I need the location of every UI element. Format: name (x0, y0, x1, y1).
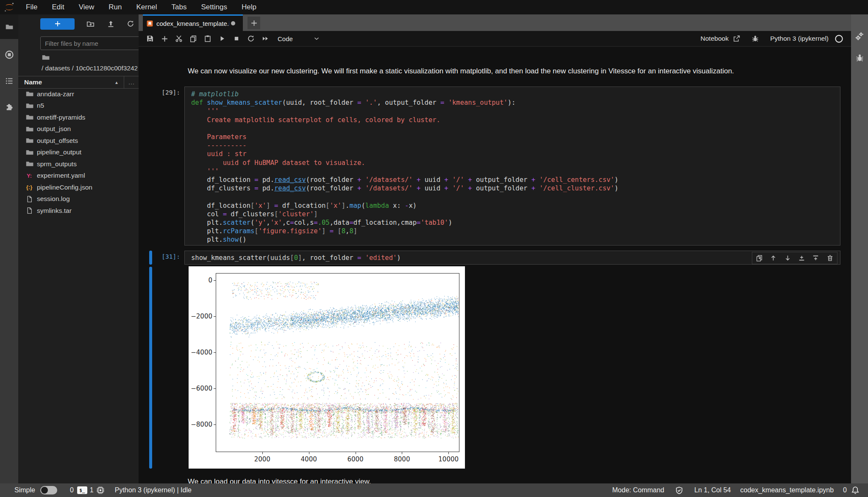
file-row[interactable]: output_json (18, 123, 139, 135)
file-row[interactable]: Y:experiment.yaml (18, 170, 139, 182)
cut-cell-button[interactable] (172, 32, 186, 45)
menu-item-help[interactable]: Help (234, 0, 264, 14)
menu-item-edit[interactable]: Edit (45, 0, 71, 14)
new-launcher-button[interactable] (40, 18, 75, 30)
menu-item-view[interactable]: View (72, 0, 102, 14)
file-row[interactable]: symlinks.tar (18, 205, 139, 217)
insert-below-icon[interactable] (812, 254, 819, 262)
terminal-icon[interactable]: $_ (77, 486, 87, 494)
chevron-down-icon[interactable] (313, 35, 320, 42)
interrupt-kernel-button[interactable] (229, 32, 244, 45)
last-modified-toggle[interactable]: … (124, 76, 139, 88)
notebook-tools-label[interactable]: Notebook (701, 35, 729, 42)
refresh-button[interactable] (127, 20, 134, 28)
file-row[interactable]: ometiff-pyramids (18, 112, 139, 123)
new-folder-button[interactable] (86, 20, 95, 28)
kernel-status-text[interactable]: Python 3 (ipykernel) | Idle (115, 486, 192, 494)
debugger-tab[interactable] (851, 53, 868, 62)
menu-items: FileEditViewRunKernelTabsSettingsHelp (19, 0, 264, 14)
scissors-icon (175, 35, 183, 42)
notebook-toolbar: Code Notebook Python 3 (ipykernel) (139, 31, 851, 47)
kernel-name[interactable]: Python 3 (ipykernel) (770, 35, 829, 42)
file-row[interactable]: output_offsets (18, 135, 139, 147)
paste-cell-button[interactable] (200, 32, 215, 45)
delete-cell-icon[interactable] (826, 254, 834, 262)
insert-above-icon[interactable] (798, 254, 805, 262)
restart-icon (247, 35, 255, 42)
x-tick (448, 452, 449, 454)
table-of-contents-tab[interactable] (0, 69, 18, 93)
puzzle-icon (5, 102, 14, 111)
breadcrumb[interactable]: / datasets / 10c0c11280c00f324259f (42, 53, 137, 72)
y-tick (214, 352, 216, 353)
run-cell-button[interactable] (215, 32, 229, 45)
code-line: ''' (191, 167, 840, 176)
running-kernels-tab[interactable] (0, 42, 18, 67)
bell-icon[interactable] (851, 486, 860, 494)
property-inspector-tab[interactable] (851, 31, 868, 41)
filter-files-input[interactable] (44, 39, 140, 47)
save-button[interactable] (143, 32, 157, 45)
restart-run-all-button[interactable] (258, 32, 273, 45)
duplicate-cell-icon[interactable] (756, 254, 763, 262)
menu-item-kernel[interactable]: Kernel (129, 0, 164, 14)
kernel-status-icon[interactable] (835, 34, 843, 43)
file-list-header: Name ▲ … (18, 76, 139, 89)
simple-mode-toggle[interactable] (40, 486, 57, 494)
menu-item-run[interactable]: Run (101, 0, 129, 14)
file-name: pipelineConfig.json (37, 184, 92, 191)
file-row[interactable]: anndata-zarr (18, 88, 139, 100)
home-folder-icon[interactable] (42, 53, 50, 61)
file-name: pipeline_output (37, 148, 81, 156)
folder-icon (25, 90, 33, 98)
file-browser-tab[interactable] (0, 14, 18, 39)
notifications-count: 0 (843, 486, 847, 494)
x-tick-label: 2000 (248, 455, 277, 463)
trust-shield-icon[interactable] (675, 486, 683, 494)
kernel-chip-icon[interactable] (96, 486, 105, 494)
x-tick (356, 452, 356, 454)
menu-item-tabs[interactable]: Tabs (164, 0, 194, 14)
file-name: anndata-zarr (37, 90, 74, 98)
filter-files-box (40, 36, 151, 50)
file-row[interactable]: n5 (18, 100, 139, 112)
markdown-cell-top[interactable]: We can now visualize our new clustering.… (188, 67, 802, 75)
external-link-icon[interactable] (733, 35, 740, 42)
file-name: experiment.yaml (37, 172, 85, 179)
breadcrumb-path[interactable]: / datasets / 10c0c11280c00f324259f (42, 64, 137, 72)
menu-item-file[interactable]: File (19, 0, 45, 14)
sort-ascending-icon[interactable]: ▲ (114, 80, 119, 85)
file-row[interactable]: {:}pipelineConfig.json (18, 181, 139, 193)
mode-indicator[interactable]: Mode: Command (612, 486, 665, 494)
code-cell-29-editor[interactable]: # matplotlibdef show_kmeans_scatter(uuid… (184, 87, 840, 246)
cursor-position[interactable]: Ln 1, Col 54 (694, 486, 731, 494)
code-line: uuid of HuBMAP dataset to visualize. (191, 159, 840, 167)
output-collapser[interactable] (149, 267, 152, 469)
debugger-bug-icon[interactable] (751, 35, 759, 42)
y-tick (214, 280, 216, 281)
move-up-icon[interactable] (770, 254, 777, 262)
code-line (191, 193, 840, 201)
insert-cell-button[interactable] (157, 32, 172, 45)
code-line: col = df_clusters['cluster'] (191, 210, 840, 218)
move-down-icon[interactable] (784, 254, 791, 262)
markdown-cell-bottom[interactable]: We can load our data into vitessce for a… (188, 477, 802, 483)
code-line: uuid : str (191, 150, 840, 158)
folder-icon (25, 148, 33, 156)
restart-kernel-button[interactable] (244, 32, 258, 45)
code-line: ''' (191, 107, 840, 115)
upload-button[interactable] (107, 20, 115, 28)
file-row[interactable]: session.log (18, 193, 139, 205)
new-tab-button[interactable] (248, 17, 260, 29)
extension-manager-tab[interactable] (0, 94, 18, 119)
folder-icon (25, 137, 33, 145)
menu-item-settings[interactable]: Settings (194, 0, 234, 14)
code-cell-31-editor[interactable]: show_kmeans_scatter(uuids[0], root_folde… (184, 251, 840, 265)
code-line: Create matplotlib scatterplot of cells, … (191, 116, 840, 124)
cell-type-dropdown[interactable]: Code (278, 35, 293, 42)
tab-notebook[interactable]: codex_kmeans_template.ipynb (143, 14, 243, 31)
file-row[interactable]: pipeline_output (18, 147, 139, 159)
copy-cell-button[interactable] (186, 32, 200, 45)
file-row[interactable]: sprm_outputs (18, 158, 139, 170)
name-column-header[interactable]: Name (18, 78, 114, 86)
